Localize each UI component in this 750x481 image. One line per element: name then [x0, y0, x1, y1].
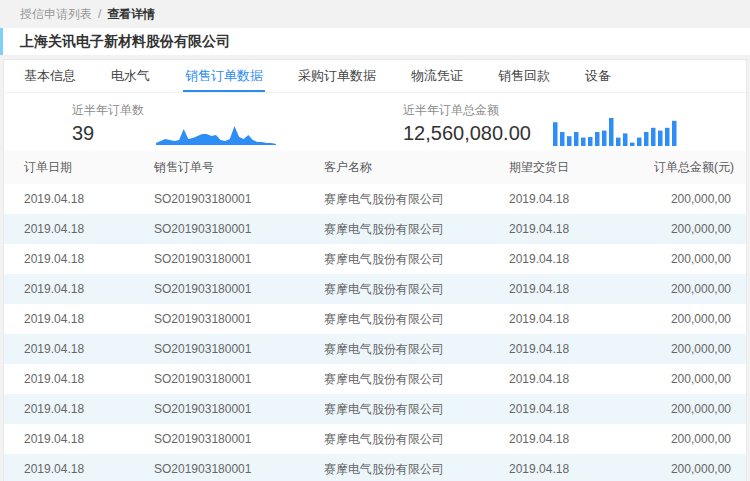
cell-order-date: 2019.04.18: [4, 312, 154, 326]
cell-order-no: SO201903180001: [154, 402, 324, 416]
cell-customer: 赛摩电气股份有限公司: [324, 281, 509, 298]
cell-delivery-date: 2019.04.18: [509, 192, 654, 206]
cell-order-no: SO201903180001: [154, 252, 324, 266]
cell-order-date: 2019.04.18: [4, 222, 154, 236]
title-bar: 上海关讯电子新材料股份有限公司: [0, 28, 750, 55]
breadcrumb-separator: /: [98, 7, 101, 21]
cell-order-date: 2019.04.18: [4, 462, 154, 476]
table-row: 2019.04.18 SO201903180001 赛摩电气股份有限公司 201…: [4, 394, 746, 424]
table-row: 2019.04.18 SO201903180001 赛摩电气股份有限公司 201…: [4, 304, 746, 334]
cell-delivery-date: 2019.04.18: [509, 312, 654, 326]
cell-delivery-date: 2019.04.18: [509, 282, 654, 296]
cell-order-no: SO201903180001: [154, 462, 324, 476]
table-row: 2019.04.18 SO201903180001 赛摩电气股份有限公司 201…: [4, 454, 746, 481]
cell-order-date: 2019.04.18: [4, 432, 154, 446]
amount-bars-sparkline: [553, 116, 679, 146]
cell-customer: 赛摩电气股份有限公司: [324, 431, 509, 448]
cell-order-date: 2019.04.18: [4, 342, 154, 356]
cell-amount: 200,000,00: [654, 252, 746, 266]
page-title: 上海关讯电子新材料股份有限公司: [20, 33, 230, 51]
breadcrumb: 授信申请列表 / 查看详情: [0, 0, 750, 28]
table-row: 2019.04.18 SO201903180001 赛摩电气股份有限公司 201…: [4, 364, 746, 394]
cell-amount: 200,000,00: [654, 372, 746, 386]
cell-customer: 赛摩电气股份有限公司: [324, 221, 509, 238]
cell-order-date: 2019.04.18: [4, 282, 154, 296]
tab-basic-info[interactable]: 基本信息: [22, 60, 78, 92]
tab-sales-orders[interactable]: 销售订单数据: [183, 60, 265, 92]
cell-order-no: SO201903180001: [154, 342, 324, 356]
column-header-order-no: 销售订单号: [154, 159, 324, 176]
table-row: 2019.04.18 SO201903180001 赛摩电气股份有限公司 201…: [4, 274, 746, 304]
table-row: 2019.04.18 SO201903180001 赛摩电气股份有限公司 201…: [4, 424, 746, 454]
cell-amount: 200,000,00: [654, 222, 746, 236]
stat-amount-label: 近半年订单总金额: [403, 102, 531, 119]
cell-delivery-date: 2019.04.18: [509, 372, 654, 386]
cell-customer: 赛摩电气股份有限公司: [324, 341, 509, 358]
cell-order-no: SO201903180001: [154, 312, 324, 326]
cell-amount: 200,000,00: [654, 312, 746, 326]
cell-customer: 赛摩电气股份有限公司: [324, 311, 509, 328]
table-row: 2019.04.18 SO201903180001 赛摩电气股份有限公司 201…: [4, 244, 746, 274]
column-header-delivery-date: 期望交货日: [509, 159, 654, 176]
cell-amount: 200,000,00: [654, 282, 746, 296]
tab-equipment[interactable]: 设备: [583, 60, 613, 92]
table-row: 2019.04.18 SO201903180001 赛摩电气股份有限公司 201…: [4, 334, 746, 364]
cell-order-no: SO201903180001: [154, 192, 324, 206]
cell-order-date: 2019.04.18: [4, 192, 154, 206]
cell-order-date: 2019.04.18: [4, 372, 154, 386]
cell-order-no: SO201903180001: [154, 282, 324, 296]
title-accent-bar: [0, 28, 3, 55]
tab-purchase-orders[interactable]: 采购订单数据: [296, 60, 378, 92]
cell-customer: 赛摩电气股份有限公司: [324, 191, 509, 208]
column-header-customer: 客户名称: [324, 159, 509, 176]
stat-amount-total: 近半年订单总金额 12,560,080.00: [403, 102, 531, 145]
cell-delivery-date: 2019.04.18: [509, 432, 654, 446]
stat-orders-count: 近半年订单数 39: [72, 102, 144, 145]
cell-customer: 赛摩电气股份有限公司: [324, 461, 509, 478]
cell-amount: 200,000,00: [654, 402, 746, 416]
cell-order-no: SO201903180001: [154, 372, 324, 386]
orders-trend-sparkline: [156, 118, 278, 146]
table-body: 2019.04.18 SO201903180001 赛摩电气股份有限公司 201…: [4, 184, 746, 481]
tab-logistics-voucher[interactable]: 物流凭证: [409, 60, 465, 92]
tabs: 基本信息电水气销售订单数据采购订单数据物流凭证销售回款设备: [4, 60, 746, 93]
cell-delivery-date: 2019.04.18: [509, 402, 654, 416]
cell-amount: 200,000,00: [654, 192, 746, 206]
cell-delivery-date: 2019.04.18: [509, 342, 654, 356]
cell-customer: 赛摩电气股份有限公司: [324, 251, 509, 268]
cell-delivery-date: 2019.04.18: [509, 252, 654, 266]
cell-amount: 200,000,00: [654, 432, 746, 446]
content-card: 基本信息电水气销售订单数据采购订单数据物流凭证销售回款设备 近半年订单数 39 …: [3, 59, 747, 481]
cell-delivery-date: 2019.04.18: [509, 222, 654, 236]
stat-orders-label: 近半年订单数: [72, 102, 144, 119]
tab-utilities[interactable]: 电水气: [109, 60, 152, 92]
column-header-amount: 订单总金额(元): [654, 159, 746, 176]
cell-amount: 200,000,00: [654, 462, 746, 476]
stats-row: 近半年订单数 39 近半年订单总金额 12,560,080.00: [4, 93, 746, 151]
column-header-order-date: 订单日期: [4, 159, 154, 176]
cell-amount: 200,000,00: [654, 342, 746, 356]
cell-order-no: SO201903180001: [154, 222, 324, 236]
cell-order-no: SO201903180001: [154, 432, 324, 446]
breadcrumb-parent-link[interactable]: 授信申请列表: [20, 6, 92, 23]
stat-amount-value: 12,560,080.00: [403, 121, 531, 145]
table-header: 订单日期 销售订单号 客户名称 期望交货日 订单总金额(元): [4, 151, 746, 184]
stat-orders-value: 39: [72, 121, 144, 145]
cell-customer: 赛摩电气股份有限公司: [324, 401, 509, 418]
tab-sales-collection[interactable]: 销售回款: [496, 60, 552, 92]
cell-customer: 赛摩电气股份有限公司: [324, 371, 509, 388]
table-row: 2019.04.18 SO201903180001 赛摩电气股份有限公司 201…: [4, 184, 746, 214]
cell-order-date: 2019.04.18: [4, 402, 154, 416]
breadcrumb-current: 查看详情: [107, 6, 155, 23]
cell-delivery-date: 2019.04.18: [509, 462, 654, 476]
table-row: 2019.04.18 SO201903180001 赛摩电气股份有限公司 201…: [4, 214, 746, 244]
cell-order-date: 2019.04.18: [4, 252, 154, 266]
